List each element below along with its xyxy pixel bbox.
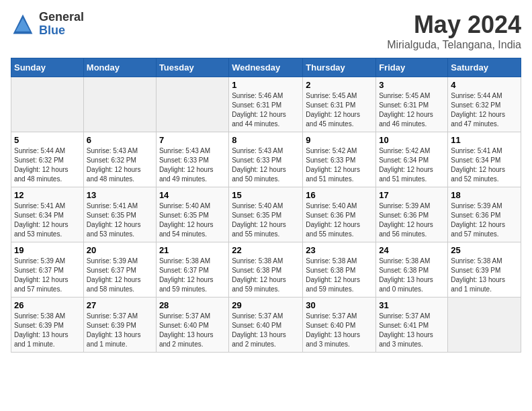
day-cell: 13Sunrise: 5:41 AM Sunset: 6:35 PM Dayli…	[83, 187, 156, 242]
day-info: Sunrise: 5:37 AM Sunset: 6:40 PM Dayligh…	[159, 312, 226, 349]
day-info: Sunrise: 5:38 AM Sunset: 6:38 PM Dayligh…	[232, 257, 300, 294]
day-number: 22	[232, 245, 300, 255]
week-row-4: 19Sunrise: 5:39 AM Sunset: 6:37 PM Dayli…	[11, 242, 521, 298]
calendar-body: 1Sunrise: 5:46 AM Sunset: 6:31 PM Daylig…	[11, 77, 521, 353]
day-number: 13	[87, 190, 153, 200]
day-info: Sunrise: 5:42 AM Sunset: 6:34 PM Dayligh…	[379, 146, 445, 184]
day-info: Sunrise: 5:38 AM Sunset: 6:37 PM Dayligh…	[159, 257, 226, 294]
day-header-saturday: Saturday	[448, 58, 521, 77]
day-number: 20	[87, 245, 153, 255]
logo-general-text: General	[39, 11, 84, 24]
day-cell: 17Sunrise: 5:39 AM Sunset: 6:36 PM Dayli…	[376, 187, 448, 242]
day-number: 11	[451, 135, 518, 145]
calendar-table: SundayMondayTuesdayWednesdayThursdayFrid…	[11, 58, 521, 353]
day-cell: 8Sunrise: 5:43 AM Sunset: 6:33 PM Daylig…	[229, 132, 303, 187]
day-cell: 11Sunrise: 5:41 AM Sunset: 6:34 PM Dayli…	[448, 132, 521, 187]
day-cell: 1Sunrise: 5:46 AM Sunset: 6:31 PM Daylig…	[229, 77, 303, 132]
day-header-tuesday: Tuesday	[156, 58, 228, 77]
day-info: Sunrise: 5:44 AM Sunset: 6:32 PM Dayligh…	[451, 91, 518, 129]
day-number: 14	[159, 190, 226, 200]
week-row-5: 26Sunrise: 5:38 AM Sunset: 6:39 PM Dayli…	[11, 298, 521, 353]
day-number: 19	[14, 245, 81, 255]
logo: General Blue	[11, 11, 84, 38]
day-info: Sunrise: 5:37 AM Sunset: 6:39 PM Dayligh…	[87, 312, 153, 349]
day-info: Sunrise: 5:41 AM Sunset: 6:34 PM Dayligh…	[451, 146, 518, 184]
day-number: 4	[451, 80, 518, 90]
day-info: Sunrise: 5:40 AM Sunset: 6:35 PM Dayligh…	[159, 201, 226, 239]
day-number: 28	[159, 300, 226, 310]
page-header: General Blue May 2024 Mirialguda, Telang…	[11, 11, 521, 51]
day-cell	[11, 77, 84, 132]
day-number: 31	[379, 300, 445, 310]
week-row-3: 12Sunrise: 5:41 AM Sunset: 6:34 PM Dayli…	[11, 187, 521, 242]
day-cell: 15Sunrise: 5:40 AM Sunset: 6:35 PM Dayli…	[229, 187, 303, 242]
day-number: 16	[306, 190, 373, 200]
day-info: Sunrise: 5:45 AM Sunset: 6:31 PM Dayligh…	[306, 91, 373, 129]
day-number: 23	[306, 245, 373, 255]
day-info: Sunrise: 5:37 AM Sunset: 6:41 PM Dayligh…	[379, 312, 445, 349]
day-info: Sunrise: 5:40 AM Sunset: 6:36 PM Dayligh…	[306, 201, 373, 239]
day-cell: 21Sunrise: 5:38 AM Sunset: 6:37 PM Dayli…	[156, 242, 228, 298]
day-info: Sunrise: 5:39 AM Sunset: 6:37 PM Dayligh…	[87, 257, 153, 294]
day-cell: 9Sunrise: 5:42 AM Sunset: 6:33 PM Daylig…	[303, 132, 376, 187]
day-number: 9	[306, 135, 373, 145]
day-info: Sunrise: 5:45 AM Sunset: 6:31 PM Dayligh…	[379, 91, 445, 129]
day-number: 30	[306, 300, 373, 310]
day-cell: 6Sunrise: 5:43 AM Sunset: 6:32 PM Daylig…	[83, 132, 156, 187]
day-cell: 25Sunrise: 5:38 AM Sunset: 6:39 PM Dayli…	[448, 242, 521, 298]
day-header-wednesday: Wednesday	[229, 58, 303, 77]
day-cell: 23Sunrise: 5:38 AM Sunset: 6:38 PM Dayli…	[303, 242, 376, 298]
day-number: 15	[232, 190, 300, 200]
days-header-row: SundayMondayTuesdayWednesdayThursdayFrid…	[11, 58, 521, 77]
calendar-header: SundayMondayTuesdayWednesdayThursdayFrid…	[11, 58, 521, 77]
day-cell: 2Sunrise: 5:45 AM Sunset: 6:31 PM Daylig…	[303, 77, 376, 132]
day-cell: 14Sunrise: 5:40 AM Sunset: 6:35 PM Dayli…	[156, 187, 228, 242]
logo-blue-text: Blue	[39, 24, 84, 38]
day-cell: 5Sunrise: 5:44 AM Sunset: 6:32 PM Daylig…	[11, 132, 84, 187]
day-number: 29	[232, 300, 300, 310]
day-cell: 29Sunrise: 5:37 AM Sunset: 6:40 PM Dayli…	[229, 298, 303, 353]
day-cell: 27Sunrise: 5:37 AM Sunset: 6:39 PM Dayli…	[83, 298, 156, 353]
day-cell: 30Sunrise: 5:37 AM Sunset: 6:40 PM Dayli…	[303, 298, 376, 353]
day-cell: 4Sunrise: 5:44 AM Sunset: 6:32 PM Daylig…	[448, 77, 521, 132]
day-number: 18	[451, 190, 518, 200]
day-number: 5	[14, 135, 81, 145]
day-info: Sunrise: 5:39 AM Sunset: 6:36 PM Dayligh…	[379, 201, 445, 239]
day-info: Sunrise: 5:41 AM Sunset: 6:34 PM Dayligh…	[14, 201, 81, 239]
day-cell: 18Sunrise: 5:39 AM Sunset: 6:36 PM Dayli…	[448, 187, 521, 242]
day-info: Sunrise: 5:39 AM Sunset: 6:36 PM Dayligh…	[451, 201, 518, 239]
week-row-1: 1Sunrise: 5:46 AM Sunset: 6:31 PM Daylig…	[11, 77, 521, 132]
day-number: 6	[87, 135, 153, 145]
day-header-thursday: Thursday	[303, 58, 376, 77]
day-cell: 24Sunrise: 5:38 AM Sunset: 6:38 PM Dayli…	[376, 242, 448, 298]
day-header-monday: Monday	[83, 58, 156, 77]
day-cell: 3Sunrise: 5:45 AM Sunset: 6:31 PM Daylig…	[376, 77, 448, 132]
day-number: 17	[379, 190, 445, 200]
day-header-sunday: Sunday	[11, 58, 84, 77]
day-info: Sunrise: 5:38 AM Sunset: 6:39 PM Dayligh…	[14, 312, 81, 349]
day-number: 26	[14, 300, 81, 310]
logo-icon	[11, 12, 35, 36]
day-number: 25	[451, 245, 518, 255]
day-info: Sunrise: 5:43 AM Sunset: 6:32 PM Dayligh…	[87, 146, 153, 184]
day-info: Sunrise: 5:43 AM Sunset: 6:33 PM Dayligh…	[159, 146, 226, 184]
day-number: 27	[87, 300, 153, 310]
day-cell: 31Sunrise: 5:37 AM Sunset: 6:41 PM Dayli…	[376, 298, 448, 353]
day-number: 8	[232, 135, 300, 145]
day-cell: 7Sunrise: 5:43 AM Sunset: 6:33 PM Daylig…	[156, 132, 228, 187]
day-info: Sunrise: 5:42 AM Sunset: 6:33 PM Dayligh…	[306, 146, 373, 184]
day-cell: 10Sunrise: 5:42 AM Sunset: 6:34 PM Dayli…	[376, 132, 448, 187]
logo-text: General Blue	[39, 11, 84, 38]
day-info: Sunrise: 5:43 AM Sunset: 6:33 PM Dayligh…	[232, 146, 300, 184]
day-info: Sunrise: 5:37 AM Sunset: 6:40 PM Dayligh…	[232, 312, 300, 349]
day-cell: 26Sunrise: 5:38 AM Sunset: 6:39 PM Dayli…	[11, 298, 84, 353]
day-header-friday: Friday	[376, 58, 448, 77]
day-cell: 19Sunrise: 5:39 AM Sunset: 6:37 PM Dayli…	[11, 242, 84, 298]
day-info: Sunrise: 5:39 AM Sunset: 6:37 PM Dayligh…	[14, 257, 81, 294]
day-number: 12	[14, 190, 81, 200]
day-cell	[156, 77, 228, 132]
day-info: Sunrise: 5:40 AM Sunset: 6:35 PM Dayligh…	[232, 201, 300, 239]
day-cell: 20Sunrise: 5:39 AM Sunset: 6:37 PM Dayli…	[83, 242, 156, 298]
day-number: 24	[379, 245, 445, 255]
day-number: 1	[232, 80, 300, 90]
